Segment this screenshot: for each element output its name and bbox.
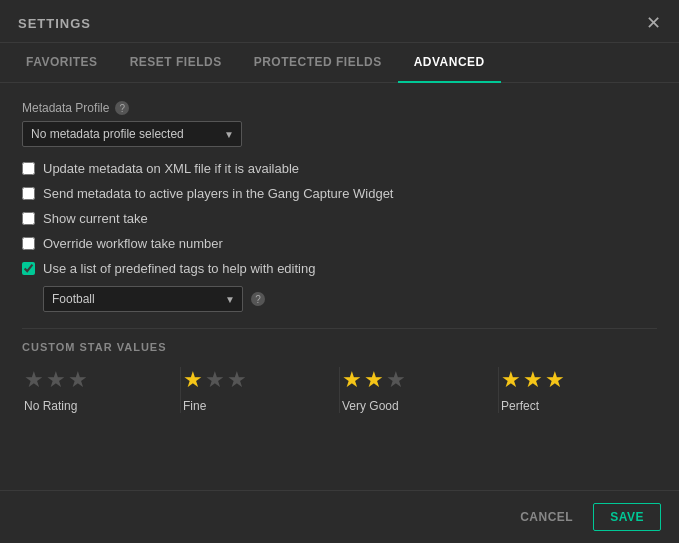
tag-select-wrapper: Football ▼: [43, 286, 243, 312]
dialog-title: SETTINGS: [18, 16, 91, 31]
star-group-label: Fine: [183, 399, 206, 413]
tab-advanced[interactable]: ADVANCED: [398, 43, 501, 83]
star-3[interactable]: ★: [545, 367, 565, 393]
tabs-bar: FAVORITESRESET FIELDSPROTECTED FIELDSADV…: [0, 43, 679, 83]
checkbox-label-cb5: Use a list of predefined tags to help wi…: [43, 261, 315, 276]
checkbox-cb4[interactable]: [22, 237, 35, 250]
checkbox-row-cb5: Use a list of predefined tags to help wi…: [22, 261, 657, 276]
checkbox-label-cb1: Update metadata on XML file if it is ava…: [43, 161, 299, 176]
close-button[interactable]: ✕: [646, 14, 661, 32]
metadata-profile-label: Metadata Profile: [22, 101, 109, 115]
star-group-no-rating: ★★★No Rating: [22, 367, 181, 413]
star-ratings-container: ★★★No Rating★★★Fine★★★Very Good★★★Perfec…: [22, 367, 657, 413]
advanced-content: Metadata Profile ? No metadata profile s…: [0, 83, 679, 490]
tab-protected-fields[interactable]: PROTECTED FIELDS: [238, 43, 398, 83]
tab-reset-fields[interactable]: RESET FIELDS: [114, 43, 238, 83]
metadata-profile-help-icon[interactable]: ?: [115, 101, 129, 115]
stars-container: ★★★: [342, 367, 406, 393]
star-group-very-good: ★★★Very Good: [340, 367, 499, 413]
metadata-profile-select-wrapper: No metadata profile selected ▼: [22, 121, 242, 147]
tag-select[interactable]: Football: [43, 286, 243, 312]
star-3[interactable]: ★: [227, 367, 247, 393]
tab-favorites[interactable]: FAVORITES: [10, 43, 114, 83]
checkbox-row-cb2: Send metadata to active players in the G…: [22, 186, 657, 201]
save-button[interactable]: SAVE: [593, 503, 661, 531]
checkbox-cb3[interactable]: [22, 212, 35, 225]
checkbox-row-cb1: Update metadata on XML file if it is ava…: [22, 161, 657, 176]
dialog-footer: CANCEL SAVE: [0, 490, 679, 543]
checkboxes-container: Update metadata on XML file if it is ava…: [22, 161, 657, 276]
star-3[interactable]: ★: [68, 367, 88, 393]
star-2[interactable]: ★: [523, 367, 543, 393]
star-group-perfect: ★★★Perfect: [499, 367, 657, 413]
custom-star-values-title: CUSTOM STAR VALUES: [22, 341, 657, 353]
star-2[interactable]: ★: [364, 367, 384, 393]
checkbox-label-cb3: Show current take: [43, 211, 148, 226]
star-2[interactable]: ★: [46, 367, 66, 393]
stars-container: ★★★: [24, 367, 88, 393]
dialog-header: SETTINGS ✕: [0, 0, 679, 43]
star-group-fine: ★★★Fine: [181, 367, 340, 413]
star-3[interactable]: ★: [386, 367, 406, 393]
tag-help-icon[interactable]: ?: [251, 292, 265, 306]
tag-row: Football ▼ ?: [43, 286, 657, 312]
star-group-label: Very Good: [342, 399, 399, 413]
checkbox-row-cb3: Show current take: [22, 211, 657, 226]
star-1[interactable]: ★: [342, 367, 362, 393]
section-divider: [22, 328, 657, 329]
checkbox-label-cb4: Override workflow take number: [43, 236, 223, 251]
metadata-profile-select[interactable]: No metadata profile selected: [22, 121, 242, 147]
star-1[interactable]: ★: [501, 367, 521, 393]
checkbox-label-cb2: Send metadata to active players in the G…: [43, 186, 393, 201]
stars-container: ★★★: [501, 367, 565, 393]
metadata-profile-section: Metadata Profile ?: [22, 101, 657, 115]
star-2[interactable]: ★: [205, 367, 225, 393]
checkbox-row-cb4: Override workflow take number: [22, 236, 657, 251]
checkbox-cb5[interactable]: [22, 262, 35, 275]
stars-container: ★★★: [183, 367, 247, 393]
checkbox-cb1[interactable]: [22, 162, 35, 175]
star-group-label: Perfect: [501, 399, 539, 413]
star-group-label: No Rating: [24, 399, 77, 413]
settings-dialog: SETTINGS ✕ FAVORITESRESET FIELDSPROTECTE…: [0, 0, 679, 543]
star-1[interactable]: ★: [183, 367, 203, 393]
checkbox-cb2[interactable]: [22, 187, 35, 200]
star-1[interactable]: ★: [24, 367, 44, 393]
cancel-button[interactable]: CANCEL: [510, 504, 583, 530]
